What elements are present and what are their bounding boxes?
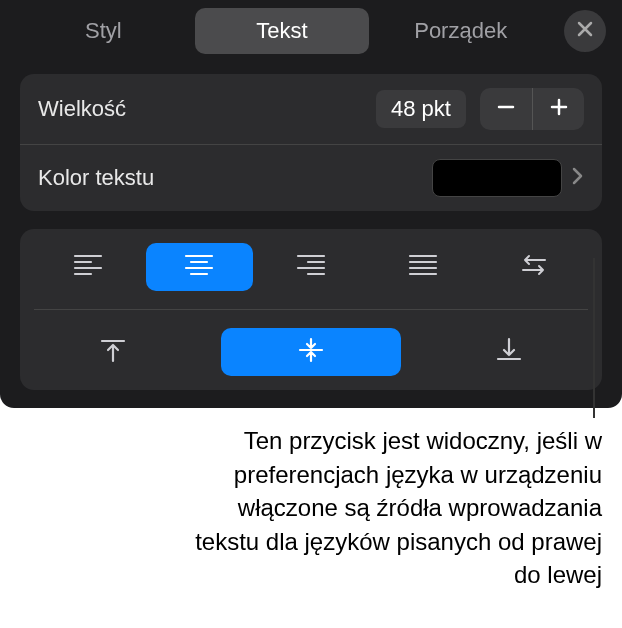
tab-text[interactable]: Tekst xyxy=(195,8,370,54)
text-direction-button[interactable] xyxy=(480,243,588,291)
tab-style[interactable]: Styl xyxy=(16,8,191,54)
valign-bottom-icon xyxy=(494,337,524,367)
size-value-field[interactable]: 48 pkt xyxy=(376,90,466,128)
valign-middle-button[interactable] xyxy=(221,328,401,376)
valign-middle-icon xyxy=(296,337,326,367)
tab-arrange[interactable]: Porządek xyxy=(373,8,548,54)
valign-top-button[interactable] xyxy=(58,328,168,376)
callout-line xyxy=(593,258,595,418)
horizontal-align-row xyxy=(34,243,588,291)
alignment-group xyxy=(20,229,602,390)
minus-icon xyxy=(496,97,516,121)
text-properties-group: Wielkość 48 pkt Kolor tekstu xyxy=(20,74,602,211)
direction-swap-icon xyxy=(519,252,549,282)
align-center-button[interactable] xyxy=(146,243,254,291)
valign-bottom-button[interactable] xyxy=(454,328,564,376)
align-justify-button[interactable] xyxy=(369,243,477,291)
callout-text: Ten przycisk jest widoczny, jeśli w pref… xyxy=(182,424,602,592)
plus-icon xyxy=(549,97,569,121)
align-right-button[interactable] xyxy=(257,243,365,291)
size-increase-button[interactable] xyxy=(532,88,584,130)
text-color-row[interactable]: Kolor tekstu xyxy=(20,144,602,211)
chevron-right-icon xyxy=(572,167,584,189)
text-color-label: Kolor tekstu xyxy=(38,165,432,191)
vertical-align-row xyxy=(34,309,588,376)
align-left-icon xyxy=(73,252,103,282)
close-icon xyxy=(577,21,593,41)
valign-top-icon xyxy=(98,337,128,367)
align-justify-icon xyxy=(408,252,438,282)
size-stepper xyxy=(480,88,584,130)
align-right-icon xyxy=(296,252,326,282)
close-button[interactable] xyxy=(564,10,606,52)
format-panel: Styl Tekst Porządek Wielkość 48 pkt xyxy=(0,0,622,408)
size-row: Wielkość 48 pkt xyxy=(20,74,602,144)
align-left-button[interactable] xyxy=(34,243,142,291)
align-center-icon xyxy=(184,252,214,282)
text-color-swatch[interactable] xyxy=(432,159,562,197)
size-label: Wielkość xyxy=(38,96,376,122)
tab-bar: Styl Tekst Porządek xyxy=(0,0,622,56)
size-decrease-button[interactable] xyxy=(480,88,532,130)
